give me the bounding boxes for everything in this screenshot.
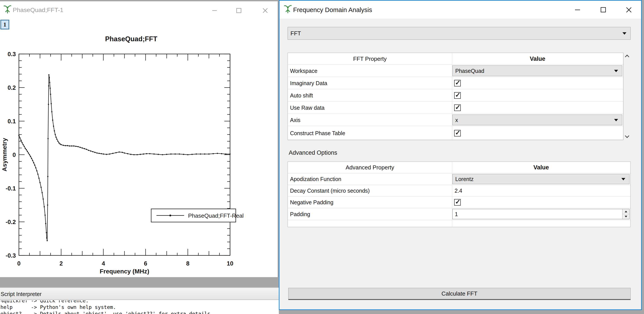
graph-window: PhaseQuad;FFT-1 1 PhaseQuad;FFT02468100.… [0,1,278,277]
spin-up-button[interactable] [622,209,629,214]
x-tick-label: 8 [186,260,190,267]
selected-value: Lorentz [455,176,474,182]
spin-down-button[interactable] [622,214,629,219]
property-label: Apodization Function [290,176,341,182]
chevron-down-icon [622,32,626,35]
table-row: Padding1 [288,208,630,220]
column-divider [452,53,452,140]
x-tick-label: 4 [102,260,105,267]
property-label: Use Raw data [290,104,324,111]
table-row: Imaginary Data✓ [288,77,623,89]
property-label: Axis [290,117,300,123]
column-divider [452,162,452,227]
selected-value: PhaseQuad [455,68,484,74]
apodization-function-select[interactable]: Lorentz [452,174,630,184]
table-scrollbar[interactable] [623,53,630,140]
scroll-up-icon[interactable] [625,55,629,59]
fft-plot: PhaseQuad;FFT02468100.30.20.10-0.1-0.2-0… [0,29,278,279]
property-label: Decay Constant (micro seconds) [290,188,370,194]
transform-type-value: FFT [290,30,301,37]
negative-padding-checkbox[interactable]: ✓ [454,199,461,206]
fft-property-table: FFT PropertyValueWorkspacePhaseQuadImagi… [288,53,623,140]
property-label: Padding [290,211,310,217]
dialog-title: Frequency Domain Analysis [293,6,372,14]
python-console-output[interactable]: %quickref -> Quick reference.help -> Pyt… [0,300,279,314]
advanced-options-label: Advanced Options [289,150,337,156]
selected-value: x [455,117,458,123]
property-label: Auto shift [290,92,313,99]
property-label: Imaginary Data [290,80,328,86]
script-interpreter-title: Script Interpreter [1,291,42,297]
use-raw-data-checkbox[interactable]: ✓ [454,104,461,111]
mantid-app-icon [284,4,292,14]
plot-frame [19,54,230,255]
script-interpreter-panel: Script Interpreter %quickref -> Quick re… [0,288,279,314]
value-column-header: Value [530,55,545,62]
triangle-up-icon [625,211,627,212]
table-row: WorkspacePhaseQuad [288,65,623,77]
scroll-down-icon[interactable] [625,134,629,138]
calculate-fft-button[interactable]: Calculate FFT [288,288,630,300]
y-tick-label: 0.1 [8,118,16,125]
y-tick-label: -0.3 [6,252,16,259]
auto-shift-checkbox[interactable]: ✓ [454,92,461,99]
advanced-property-table: Advanced PropertyValueApodization Functi… [288,161,630,227]
chevron-down-icon [621,178,625,180]
y-tick-label: 0 [12,152,16,158]
spinbox-value: 1 [455,211,458,217]
property-column-header: Advanced Property [346,164,394,171]
value-column-header: Value [534,164,549,171]
triangle-down-icon [625,216,627,217]
minimize-icon[interactable] [208,5,220,16]
table-header-row: Advanced PropertyValue [288,162,630,173]
table-row: Apodization FunctionLorentz [288,173,630,185]
padding-spinbox[interactable]: 1 [452,209,630,219]
minimize-icon[interactable] [571,4,584,15]
maximize-icon[interactable] [597,4,609,15]
axis-ticks [19,54,230,255]
imaginary-data-checkbox[interactable]: ✓ [454,80,461,86]
table-row: Construct Phase Table✓ [288,126,623,140]
chevron-down-icon [614,70,618,72]
checkmark-icon: ✓ [455,79,460,86]
checkmark-icon: ✓ [455,198,460,206]
table-row: Decay Constant (micro seconds)2.4 [288,185,630,197]
close-icon[interactable] [623,4,635,15]
checkmark-icon: ✓ [455,91,460,99]
table-row: Use Raw data✓ [288,102,623,114]
property-column-header: FFT Property [353,55,387,62]
y-tick-label: -0.2 [6,219,16,225]
construct-phase-table-checkbox[interactable]: ✓ [454,130,461,137]
x-axis-label: Frequency (MHz) [100,268,150,275]
transform-type-select[interactable]: FFT [288,27,630,40]
x-tick-label: 10 [227,260,233,267]
property-label: Construct Phase Table [290,130,345,136]
graph-layer-tab[interactable]: 1 [0,20,9,29]
legend-label: PhaseQuad;FFT-Real [188,212,244,219]
maximize-icon[interactable] [233,5,245,16]
x-tick-label: 2 [60,260,63,267]
table-row: Negative Padding✓ [288,197,630,208]
legend[interactable]: PhaseQuad;FFT-Real [151,209,244,222]
axis-select[interactable]: x [452,115,622,125]
script-interpreter-header[interactable]: Script Interpreter [0,288,279,300]
y-tick-label: -0.1 [6,185,16,192]
table-row: Axisx [288,114,623,126]
checkmark-icon: ✓ [455,103,460,111]
spinner-buttons [622,209,629,219]
dialog-titlebar[interactable]: Frequency Domain Analysis [280,1,641,19]
decay-constant-micro-seconds--value-field[interactable]: 2.4 [454,188,462,194]
workspace-select[interactable]: PhaseQuad [452,65,622,76]
mantid-app-icon [4,5,12,14]
graph-window-titlebar[interactable]: PhaseQuad;FFT-1 [0,1,278,17]
graph-window-title: PhaseQuad;FFT-1 [13,6,63,14]
y-tick-label: 0.3 [8,51,16,57]
close-icon[interactable] [259,5,271,16]
x-tick-label: 0 [17,260,20,267]
console-line: %quickref -> Quick reference. [0,300,279,304]
plot-title: PhaseQuad;FFT [105,35,157,43]
chevron-down-icon [614,119,618,121]
frequency-domain-analysis-dialog: Frequency Domain Analysis FFT FFT Proper… [279,0,642,310]
console-line: object? -> Details about 'object', use '… [0,311,279,314]
table-header-row: FFT PropertyValue [288,53,623,65]
